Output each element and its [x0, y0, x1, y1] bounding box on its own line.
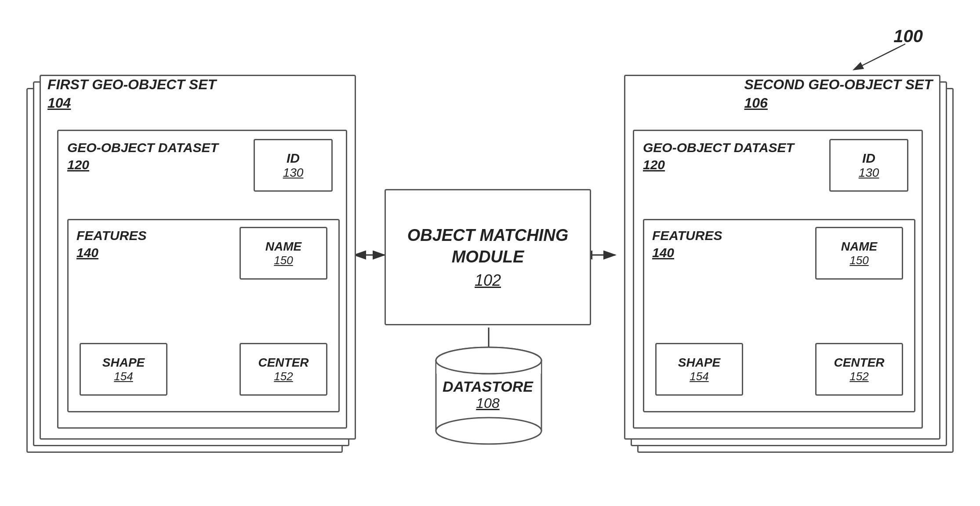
- datastore-top-ellipse2: [436, 347, 541, 374]
- first-shape-box: SHAPE 154: [80, 343, 167, 396]
- first-features-box: FEATURES 140 NAME 150 SHAPE 154 CENTER 1…: [67, 219, 340, 412]
- first-center-box: CENTER 152: [240, 343, 327, 396]
- second-center-box: CENTER 152: [815, 343, 903, 396]
- first-geo-dataset-label: GEO-OBJECT DATASET 120: [67, 139, 218, 173]
- datastore-label: DATASTORE 108: [385, 378, 591, 411]
- datastore-bottom-ellipse: [436, 418, 541, 444]
- second-geo-dataset-label: GEO-OBJECT DATASET 120: [643, 139, 794, 173]
- diagram: 100 FIRST GEO-OBJECT SET 104 GEO-OBJECT …: [0, 0, 980, 506]
- omm-box: OBJECT MATCHING MODULE 102: [385, 189, 591, 325]
- second-shape-box: SHAPE 154: [655, 343, 743, 396]
- second-features-box: FEATURES 140 NAME 150 SHAPE 154 CENTER 1…: [643, 219, 915, 412]
- second-name-box: NAME 150: [815, 227, 903, 280]
- ref-100-arrow: [861, 44, 905, 66]
- second-geo-dataset-box: GEO-OBJECT DATASET 120 ID 130 FEATURES 1…: [633, 130, 923, 429]
- second-features-label: FEATURES 140: [652, 227, 722, 261]
- first-name-box: NAME 150: [240, 227, 327, 280]
- first-features-label: FEATURES 140: [76, 227, 146, 261]
- second-id-box: ID 130: [829, 139, 908, 192]
- second-geo-set-label: SECOND GEO-OBJECT SET 106: [744, 76, 933, 112]
- first-geo-set-label: FIRST GEO-OBJECT SET 104: [47, 76, 216, 112]
- first-geo-dataset-box: GEO-OBJECT DATASET 120 ID 130 FEATURES 1…: [57, 130, 347, 429]
- ref-100-label: 100: [893, 26, 923, 46]
- first-id-box: ID 130: [254, 139, 333, 192]
